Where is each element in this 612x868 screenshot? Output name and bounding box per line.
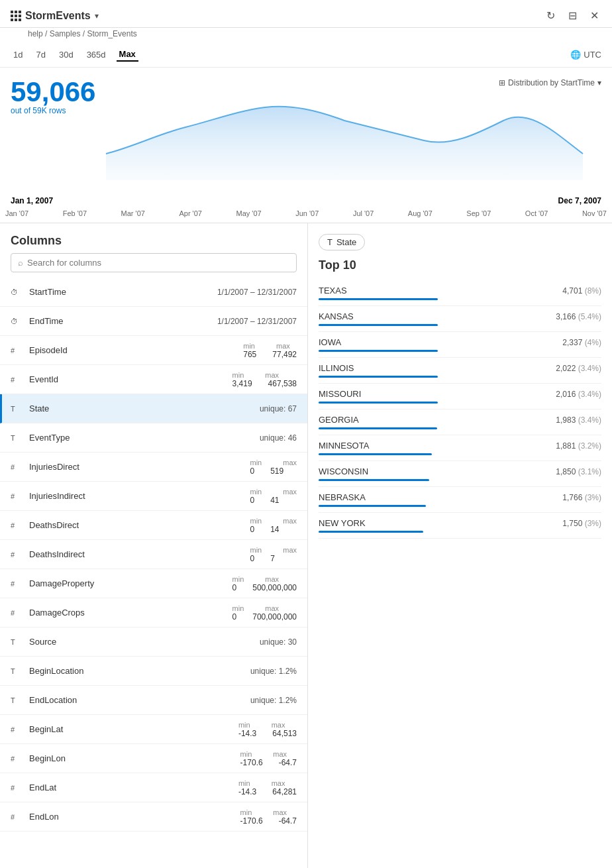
list-item: TEXAS 4,701 (8%)	[319, 280, 601, 306]
state-tag[interactable]: T State	[319, 234, 365, 250]
refresh-button[interactable]: ↻	[544, 7, 558, 25]
top10-name: WISCONSIN	[319, 466, 368, 476]
top10-name: NEW YORK	[319, 518, 366, 528]
column-row[interactable]: # DeathsIndirect minmax 07	[0, 540, 307, 569]
split-button[interactable]: ⊟	[566, 7, 580, 25]
search-icon: ⌕	[18, 258, 23, 268]
top10-name: MINNESOTA	[319, 441, 369, 451]
header-left: StormEvents ▾	[11, 10, 99, 22]
top10-name: NEBRASKA	[319, 492, 366, 502]
column-row[interactable]: # EndLat minmax -14.364,281	[0, 773, 307, 802]
top10-bar	[319, 298, 438, 300]
column-row[interactable]: # DamageCrops minmax 0700,000,000	[0, 598, 307, 627]
top10-item-header: ILLINOIS 2,022 (3.4%)	[319, 363, 601, 373]
time-365d[interactable]: 365d	[84, 48, 109, 62]
app-title: StormEvents	[25, 10, 91, 22]
search-input-wrap[interactable]: ⌕	[11, 253, 297, 272]
column-row[interactable]: T Source unique: 30	[0, 627, 307, 657]
top10-name: ILLINOIS	[319, 363, 354, 373]
timezone-button[interactable]: 🌐 UTC	[570, 50, 601, 60]
column-row[interactable]: # DeathsDirect minmax 014	[0, 511, 307, 540]
column-row[interactable]: # InjuriesDirect minmax 0519	[0, 453, 307, 482]
top10-item-header: IOWA 2,337 (4%)	[319, 337, 601, 347]
top10-bar	[319, 505, 426, 507]
close-button[interactable]: ✕	[587, 7, 601, 25]
search-container: ⌕	[0, 253, 307, 278]
list-item: ILLINOIS 2,022 (3.4%)	[319, 358, 601, 384]
axis-nov: Nov '07	[582, 209, 607, 217]
top10-value: 3,166 (5.4%)	[556, 312, 601, 321]
globe-icon: 🌐	[570, 50, 581, 60]
date-range-row: Jan 1, 2007 Dec 7, 2007	[0, 193, 612, 208]
axis-mar: Mar '07	[121, 209, 145, 217]
column-row[interactable]: T EventType unique: 46	[0, 423, 307, 453]
time-30d[interactable]: 30d	[56, 48, 76, 62]
title-chevron[interactable]: ▾	[95, 11, 99, 21]
axis-jan: Jan '07	[5, 209, 28, 217]
column-row[interactable]: # DamageProperty minmax 0500,000,000	[0, 569, 307, 598]
top10-value: 1,881 (3.2%)	[556, 441, 601, 451]
column-row[interactable]: # InjuriesIndirect minmax 041	[0, 482, 307, 511]
list-item: MINNESOTA 1,881 (3.2%)	[319, 435, 601, 461]
column-row[interactable]: T State unique: 67	[0, 394, 307, 423]
top10-item-header: MINNESOTA 1,881 (3.2%)	[319, 441, 601, 451]
col-type-icon: T	[11, 405, 24, 413]
axis-apr: Apr '07	[179, 209, 202, 217]
col-type-icon: T	[11, 696, 24, 704]
top10-header: Top 10	[319, 258, 601, 272]
col-meta: minmax -170.6-64.7	[240, 808, 297, 826]
top10-bar	[319, 531, 423, 533]
axis-feb: Feb '07	[63, 209, 87, 217]
top10-value: 1,750 (3%)	[562, 519, 601, 528]
col-type-icon: T	[11, 434, 24, 442]
col-type-icon: #	[11, 813, 24, 821]
top10-item-header: MISSOURI 2,016 (3.4%)	[319, 389, 601, 399]
time-1d[interactable]: 1d	[11, 48, 25, 62]
col-meta: minmax 0519	[250, 459, 297, 476]
column-row[interactable]: # EndLon minmax -170.6-64.7	[0, 802, 307, 832]
top10-item-header: TEXAS 4,701 (8%)	[319, 286, 601, 296]
row-subtitle: out of 59K rows	[11, 106, 95, 115]
col-meta: minmax 041	[250, 488, 297, 505]
column-row[interactable]: T EndLocation unique: 1.2%	[0, 686, 307, 715]
col-type-icon: #	[11, 580, 24, 588]
column-row[interactable]: ⏱ EndTime 1/1/2007 – 12/31/2007	[0, 307, 307, 336]
axis-oct: Oct '07	[525, 209, 548, 217]
col-name: EventType	[29, 433, 260, 443]
header-actions: ↻ ⊟ ✕	[544, 7, 601, 25]
list-item: WISCONSIN 1,850 (3.1%)	[319, 461, 601, 487]
col-name: BeginLat	[29, 724, 238, 734]
column-row[interactable]: # EpisodeId minmax 76577,492	[0, 336, 307, 365]
col-meta: 1/1/2007 – 12/31/2007	[217, 288, 297, 297]
col-type-icon: #	[11, 551, 24, 559]
time-7d[interactable]: 7d	[33, 48, 48, 62]
time-range-options: 1d 7d 30d 365d Max	[11, 48, 138, 62]
chart-container: 59,066 out of 59K rows ⊞ Distribution by…	[0, 68, 612, 223]
list-item: GEORGIA 1,983 (3.4%)	[319, 409, 601, 435]
col-name: InjuriesDirect	[29, 462, 250, 472]
col-type-icon: T	[11, 638, 24, 646]
state-tag-icon: T	[327, 237, 332, 247]
time-max[interactable]: Max	[117, 48, 138, 62]
timezone-label: UTC	[584, 50, 601, 60]
col-name: EndLat	[29, 783, 238, 792]
col-type-icon: #	[11, 347, 24, 354]
col-meta: minmax 014	[250, 517, 297, 534]
col-name: StartTime	[29, 287, 217, 297]
column-row[interactable]: # BeginLat minmax -14.364,513	[0, 715, 307, 744]
col-type-icon: #	[11, 784, 24, 792]
col-name: DeathsIndirect	[29, 549, 250, 559]
right-panel: T State Top 10 TEXAS 4,701 (8%) KANSAS 3…	[308, 223, 612, 868]
col-name: InjuriesIndirect	[29, 491, 250, 501]
col-type-icon: #	[11, 463, 24, 471]
column-row[interactable]: ⏱ StartTime 1/1/2007 – 12/31/2007	[0, 278, 307, 307]
search-input[interactable]	[27, 258, 289, 268]
column-row[interactable]: # EventId minmax 3,419467,538	[0, 365, 307, 394]
column-row[interactable]: T BeginLocation unique: 1.2%	[0, 657, 307, 686]
column-row[interactable]: # BeginLon minmax -170.6-64.7	[0, 744, 307, 773]
top10-name: IOWA	[319, 337, 341, 347]
axis-aug: Aug '07	[408, 209, 433, 217]
col-meta: minmax 0700,000,000	[232, 604, 297, 622]
top10-name: KANSAS	[319, 311, 354, 321]
top10-value: 1,766 (3%)	[562, 493, 601, 502]
